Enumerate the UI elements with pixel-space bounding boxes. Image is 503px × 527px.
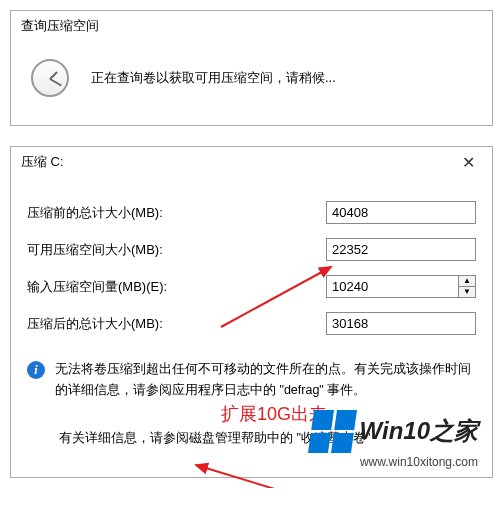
query-dialog-message: 正在查询卷以获取可用压缩空间，请稍候... — [91, 69, 336, 87]
label-input-amount: 输入压缩空间量(MB)(E): — [27, 278, 227, 296]
shrink-form: 压缩前的总计大小(MB): 可用压缩空间大小(MB): 输入压缩空间量(MB)(… — [11, 177, 492, 335]
windows-logo-icon — [308, 410, 357, 453]
label-total-after: 压缩后的总计大小(MB): — [27, 315, 227, 333]
clock-icon — [31, 59, 69, 97]
value-total-before — [326, 201, 476, 224]
info-text: 无法将卷压缩到超出任何不可移动的文件所在的点。有关完成该操作时间的详细信息，请参… — [55, 359, 476, 402]
spinner-up[interactable]: ▲ — [459, 276, 475, 287]
value-available — [326, 238, 476, 261]
spinner-down[interactable]: ▼ — [459, 287, 475, 297]
watermark: Win10之家 www.win10xitong.com — [311, 410, 478, 469]
brand-name: Win10之家 — [360, 415, 478, 447]
shrink-dialog-title: 压缩 C: — [21, 153, 450, 171]
query-dialog: 查询压缩空间 正在查询卷以获取可用压缩空间，请稍候... — [10, 10, 493, 126]
query-dialog-title: 查询压缩空间 — [11, 11, 492, 41]
info-icon: i — [27, 361, 45, 379]
shrink-dialog-titlebar: 压缩 C: ✕ — [11, 147, 492, 177]
query-dialog-body: 正在查询卷以获取可用压缩空间，请稍候... — [11, 41, 492, 125]
label-total-before: 压缩前的总计大小(MB): — [27, 204, 227, 222]
close-button[interactable]: ✕ — [450, 151, 486, 173]
value-total-after — [326, 312, 476, 335]
label-available: 可用压缩空间大小(MB): — [27, 241, 227, 259]
row-total-before: 压缩前的总计大小(MB): — [27, 201, 476, 224]
shrink-dialog: 压缩 C: ✕ 压缩前的总计大小(MB): 可用压缩空间大小(MB): 输入压缩… — [10, 146, 493, 478]
brand-url: www.win10xitong.com — [311, 455, 478, 469]
input-shrink-amount[interactable] — [326, 275, 458, 298]
row-total-after: 压缩后的总计大小(MB): — [27, 312, 476, 335]
info-block: i 无法将卷压缩到超出任何不可移动的文件所在的点。有关完成该操作时间的详细信息，… — [11, 349, 492, 412]
spinner-buttons[interactable]: ▲ ▼ — [458, 275, 476, 298]
row-input-amount: 输入压缩空间量(MB)(E): ▲ ▼ — [27, 275, 476, 298]
row-available: 可用压缩空间大小(MB): — [27, 238, 476, 261]
